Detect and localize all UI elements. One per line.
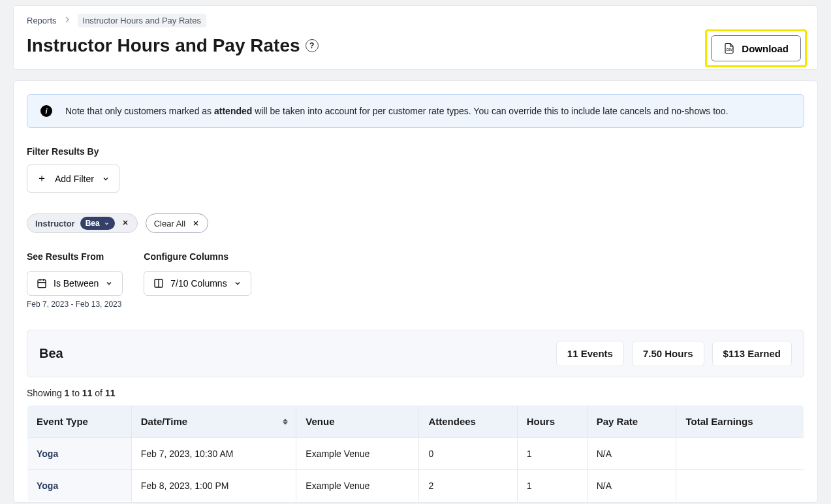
sort-icon[interactable] [283, 418, 288, 424]
info-prefix: Note that only customers marked as [65, 106, 214, 116]
close-icon [192, 219, 200, 227]
svg-rect-5 [38, 280, 46, 288]
remove-filter-icon[interactable] [120, 218, 131, 228]
cell-hours: 1 [517, 470, 587, 502]
info-icon: i [40, 105, 52, 117]
showing-total: 11 [105, 388, 116, 398]
stat-earned: $113 Earned [712, 341, 792, 366]
cell-total-earnings [676, 438, 804, 470]
add-filter-label: Add Filter [55, 174, 94, 184]
cell-venue: Example Venue [296, 470, 419, 502]
download-button[interactable]: CSV Download [711, 35, 801, 61]
col-total-earnings[interactable]: Total Earnings [676, 405, 804, 438]
help-icon[interactable]: ? [306, 39, 319, 52]
filter-chip-value-text: Bea [86, 219, 100, 228]
col-event-type[interactable]: Event Type [27, 405, 132, 438]
chevron-right-icon [62, 14, 72, 27]
stat-events: 11 Events [556, 341, 624, 366]
table-header-row: Event Type Date/Time Venue Attendees Hou… [27, 405, 804, 438]
breadcrumb-current: Instructor Hours and Pay Rates [78, 14, 206, 27]
download-label: Download [742, 43, 789, 54]
download-highlight: CSV Download [705, 29, 807, 67]
cell-pay-rate: N/A [587, 438, 676, 470]
svg-text:CSV: CSV [727, 48, 732, 52]
cell-hours: 1 [517, 438, 587, 470]
add-filter-button[interactable]: ＋ Add Filter [27, 165, 119, 193]
table-row: Yoga Feb 8, 2023, 1:00 PM Example Venue … [27, 470, 804, 502]
info-banner: i Note that only customers marked as att… [27, 94, 804, 128]
calendar-icon [37, 278, 47, 289]
page-title-text: Instructor Hours and Pay Rates [27, 35, 300, 56]
results-table: Event Type Date/Time Venue Attendees Hou… [27, 405, 804, 502]
columns-selector[interactable]: 7/10 Columns [144, 271, 251, 296]
filter-section-label: Filter Results By [27, 146, 804, 157]
cell-attendees: 2 [419, 470, 517, 502]
cell-date-time: Feb 8, 2023, 1:00 PM [131, 470, 296, 502]
chevron-down-icon [104, 221, 110, 227]
date-range-value: Is Between [54, 278, 99, 289]
col-pay-rate[interactable]: Pay Rate [587, 405, 676, 438]
showing-mid2: of [92, 388, 104, 398]
cell-total-earnings [676, 470, 804, 502]
see-results-control: See Results From Is Between Feb 7, 2023 … [27, 251, 123, 309]
breadcrumb-root[interactable]: Reports [27, 16, 57, 25]
summary-stats: 11 Events 7.50 Hours $113 Earned [556, 341, 792, 366]
col-hours[interactable]: Hours [517, 405, 587, 438]
see-results-label: See Results From [27, 251, 123, 262]
chevron-down-icon [105, 279, 113, 287]
date-range-selector[interactable]: Is Between [27, 271, 123, 296]
active-filters-row: Instructor Bea Clear All [27, 213, 804, 233]
filter-chip-value[interactable]: Bea [80, 217, 115, 230]
cell-event-type[interactable]: Yoga [27, 470, 132, 502]
body-card: i Note that only customers marked as att… [13, 80, 818, 503]
chevron-down-icon [102, 175, 110, 183]
info-text: Note that only customers marked as atten… [65, 106, 729, 116]
columns-value: 7/10 Columns [170, 278, 227, 289]
showing-prefix: Showing [27, 388, 65, 398]
cell-date-time: Feb 7, 2023, 10:30 AM [131, 438, 296, 470]
csv-file-icon: CSV [723, 42, 735, 54]
filter-chip-name: Instructor [35, 219, 75, 228]
col-venue[interactable]: Venue [296, 405, 419, 438]
configure-columns-control: Configure Columns 7/10 Columns [144, 251, 251, 309]
col-date-time[interactable]: Date/Time [131, 405, 296, 438]
configure-columns-label: Configure Columns [144, 251, 251, 262]
showing-mid1: to [69, 388, 82, 398]
table-row: Yoga Feb 7, 2023, 10:30 AM Example Venue… [27, 438, 804, 470]
cell-event-type[interactable]: Yoga [27, 438, 132, 470]
chevron-down-icon [234, 279, 242, 287]
columns-icon [153, 278, 164, 289]
breadcrumb: Reports Instructor Hours and Pay Rates [27, 14, 804, 27]
clear-all-button[interactable]: Clear All [146, 213, 208, 233]
col-attendees[interactable]: Attendees [419, 405, 517, 438]
showing-to: 11 [82, 388, 93, 398]
showing-text: Showing 1 to 11 of 11 [27, 388, 804, 398]
header-card: Reports Instructor Hours and Pay Rates I… [13, 5, 818, 70]
col-date-time-label: Date/Time [141, 416, 187, 427]
cell-pay-rate: N/A [587, 470, 676, 502]
filter-chip-instructor[interactable]: Instructor Bea [27, 213, 138, 233]
controls-row: See Results From Is Between Feb 7, 2023 … [27, 251, 804, 309]
summary-bar: Bea 11 Events 7.50 Hours $113 Earned [27, 330, 804, 377]
info-suffix: will be taken into account for per custo… [252, 106, 728, 116]
page-title: Instructor Hours and Pay Rates ? [27, 35, 804, 56]
date-range-text: Feb 7, 2023 - Feb 13, 2023 [27, 300, 123, 309]
plus-icon: ＋ [37, 172, 47, 185]
stat-hours: 7.50 Hours [632, 341, 704, 366]
cell-venue: Example Venue [296, 438, 419, 470]
cell-attendees: 0 [419, 438, 517, 470]
summary-instructor-name: Bea [39, 346, 63, 361]
clear-all-label: Clear All [154, 219, 185, 228]
info-bold: attended [214, 106, 252, 116]
